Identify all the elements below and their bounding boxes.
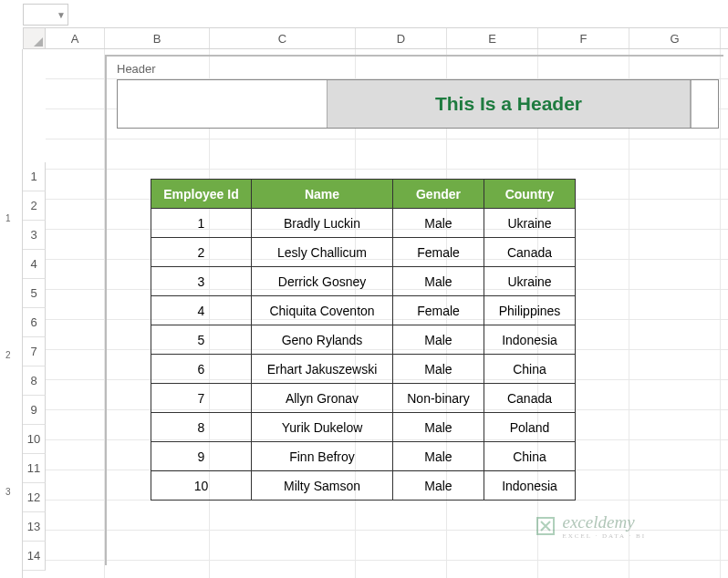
table-header[interactable]: Gender <box>393 180 484 209</box>
table-cell[interactable]: 6 <box>151 355 252 384</box>
table-cell[interactable]: Canada <box>484 238 576 267</box>
table-cell[interactable]: 2 <box>151 238 252 267</box>
table-header[interactable]: Country <box>484 180 576 209</box>
page-header-section: Header This Is a Header <box>117 62 719 129</box>
ruler-mark: 3 <box>5 487 11 497</box>
row-header-4[interactable]: 4 <box>23 250 46 279</box>
row-headers: 1234567891011121314 <box>23 162 46 571</box>
vertical-ruler: 1 2 3 <box>0 49 23 578</box>
table-cell[interactable]: China <box>484 442 576 471</box>
column-header-C[interactable]: C <box>210 28 356 48</box>
table-cell[interactable]: Male <box>393 471 484 501</box>
table-row[interactable]: 1Bradly LuckinMaleUkraine <box>151 209 576 238</box>
table-cell[interactable]: Lesly Challicum <box>252 238 393 267</box>
row-header-11[interactable]: 11 <box>23 454 46 483</box>
name-box[interactable]: ▼ <box>23 4 68 26</box>
table-cell[interactable]: Indonesia <box>484 471 576 501</box>
table-cell[interactable]: 5 <box>151 325 252 355</box>
row-header-12[interactable]: 12 <box>23 483 46 512</box>
table-cell[interactable]: Yurik Dukelow <box>252 413 393 442</box>
table-cell[interactable]: Female <box>393 296 484 325</box>
ruler-mark: 1 <box>5 213 11 223</box>
table-cell[interactable]: 3 <box>151 267 252 296</box>
column-header-D[interactable]: D <box>356 28 447 48</box>
select-all-triangle-icon <box>34 37 43 46</box>
row-header-9[interactable]: 9 <box>23 396 46 425</box>
column-headers: ABCDEFG <box>46 27 728 49</box>
table-cell[interactable]: Ukraine <box>484 209 576 238</box>
table-cell[interactable]: 4 <box>151 296 252 325</box>
table-cell[interactable]: Allyn Gronav <box>252 384 393 413</box>
table-cell[interactable]: Male <box>393 209 484 238</box>
table-cell[interactable]: Poland <box>484 413 576 442</box>
ruler-mark: 2 <box>5 350 11 360</box>
header-boxes: This Is a Header <box>117 79 719 129</box>
row-header-13[interactable]: 13 <box>23 512 46 542</box>
table-cell[interactable]: 10 <box>151 471 252 501</box>
table-cell[interactable]: 1 <box>151 209 252 238</box>
table-cell[interactable]: Chiquita Coventon <box>252 296 393 325</box>
row-header-2[interactable]: 2 <box>23 191 46 221</box>
table-cell[interactable]: 8 <box>151 413 252 442</box>
table-cell[interactable]: Male <box>393 413 484 442</box>
row-header-3[interactable]: 3 <box>23 221 46 250</box>
table-cell[interactable]: Male <box>393 355 484 384</box>
table-cell[interactable]: Milty Samson <box>252 471 393 501</box>
row-header-5[interactable]: 5 <box>23 279 46 308</box>
header-right[interactable] <box>691 80 718 128</box>
row-header-8[interactable]: 8 <box>23 366 46 396</box>
watermark: exceldemy EXCEL · DATA · BI <box>535 512 646 540</box>
employee-table: Employee IdNameGenderCountry1Bradly Luck… <box>151 179 576 501</box>
row-header-1[interactable]: 1 <box>23 162 46 191</box>
table-row[interactable]: 5Geno RylandsMaleIndonesia <box>151 325 576 355</box>
row-header-10[interactable]: 10 <box>23 425 46 454</box>
table-cell[interactable]: 7 <box>151 384 252 413</box>
table-row[interactable]: 3Derrick GosneyMaleUkraine <box>151 267 576 296</box>
table-header[interactable]: Name <box>252 180 393 209</box>
logo-icon <box>535 515 556 537</box>
table-row[interactable]: 7Allyn GronavNon-binaryCanada <box>151 384 576 413</box>
row-header-6[interactable]: 6 <box>23 308 46 337</box>
table-cell[interactable]: Canada <box>484 384 576 413</box>
table-cell[interactable]: Ukraine <box>484 267 576 296</box>
row-header-7[interactable]: 7 <box>23 337 46 366</box>
table-cell[interactable]: Philippines <box>484 296 576 325</box>
table-cell[interactable]: Indonesia <box>484 325 576 355</box>
header-text: This Is a Header <box>435 93 582 115</box>
header-section-label: Header <box>117 62 719 76</box>
table-cell[interactable]: Bradly Luckin <box>252 209 393 238</box>
table-cell[interactable]: Male <box>393 325 484 355</box>
table-row[interactable]: 2Lesly ChallicumFemaleCanada <box>151 238 576 267</box>
row-header-14[interactable]: 14 <box>23 542 46 571</box>
table-cell[interactable]: Male <box>393 442 484 471</box>
table-header[interactable]: Employee Id <box>151 180 252 209</box>
table-row[interactable]: 8Yurik DukelowMalePoland <box>151 413 576 442</box>
header-left[interactable] <box>118 80 328 128</box>
table-cell[interactable]: Derrick Gosney <box>252 267 393 296</box>
table-row[interactable]: 10Milty SamsonMaleIndonesia <box>151 471 576 501</box>
column-header-E[interactable]: E <box>447 28 538 48</box>
column-header-A[interactable]: A <box>46 28 105 48</box>
table-cell[interactable]: 9 <box>151 442 252 471</box>
table-cell[interactable]: China <box>484 355 576 384</box>
column-header-G[interactable]: G <box>629 28 721 48</box>
table-row[interactable]: 9Finn BefroyMaleChina <box>151 442 576 471</box>
table-cell[interactable]: Male <box>393 267 484 296</box>
table-cell[interactable]: Finn Befroy <box>252 442 393 471</box>
table-cell[interactable]: Female <box>393 238 484 267</box>
table-cell[interactable]: Erhart Jakuszewski <box>252 355 393 384</box>
select-all-corner[interactable] <box>23 27 46 49</box>
table-row[interactable]: 6Erhart JakuszewskiMaleChina <box>151 355 576 384</box>
chevron-down-icon: ▼ <box>57 10 66 20</box>
table-row[interactable]: 4Chiquita CoventonFemalePhilippines <box>151 296 576 325</box>
watermark-tagline: EXCEL · DATA · BI <box>562 532 646 540</box>
column-header-F[interactable]: F <box>538 28 629 48</box>
watermark-name: exceldemy <box>562 512 646 532</box>
column-header-B[interactable]: B <box>105 28 210 48</box>
header-center[interactable]: This Is a Header <box>328 80 691 128</box>
table-cell[interactable]: Geno Rylands <box>252 325 393 355</box>
table-cell[interactable]: Non-binary <box>393 384 484 413</box>
